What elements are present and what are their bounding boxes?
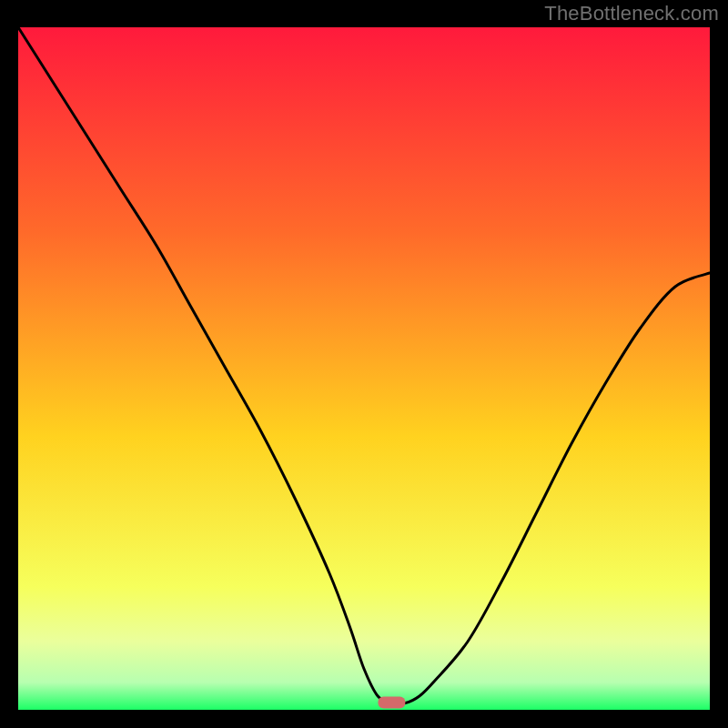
plot-svg	[18, 27, 710, 710]
watermark-text: TheBottleneck.com	[544, 2, 719, 25]
minimum-marker	[378, 697, 405, 709]
gradient-background	[18, 27, 710, 710]
plot-area	[18, 27, 710, 710]
chart-frame: TheBottleneck.com	[0, 0, 728, 728]
